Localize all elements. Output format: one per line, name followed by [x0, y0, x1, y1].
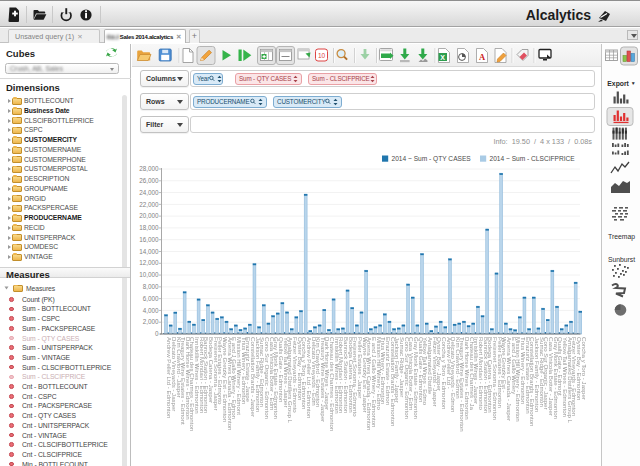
- svg-text:16,000: 16,000: [139, 236, 159, 243]
- svg-text:14,000: 14,000: [139, 248, 159, 255]
- svg-text:24,000: 24,000: [139, 189, 159, 196]
- svg-text:28,000: 28,000: [139, 165, 159, 172]
- svg-text:X: X: [440, 54, 445, 61]
- svg-text:26,000: 26,000: [139, 177, 159, 184]
- svg-text:A: A: [479, 52, 486, 62]
- svg-text:0: 0: [155, 330, 159, 337]
- svg-text:20,000: 20,000: [139, 212, 159, 219]
- svg-text:2014 ~ Sum - CLSCIFPRICE: 2014 ~ Sum - CLSCIFPRICE: [490, 155, 576, 162]
- svg-text:12,000: 12,000: [139, 259, 159, 266]
- svg-text:22,000: 22,000: [139, 201, 159, 208]
- svg-text:6,000: 6,000: [143, 295, 159, 302]
- svg-text:10: 10: [318, 52, 326, 59]
- svg-text:2014 ~ Sum - QTY CASES: 2014 ~ Sum - QTY CASES: [392, 155, 472, 163]
- svg-text:4,000: 4,000: [143, 307, 159, 314]
- svg-text:8,000: 8,000: [143, 283, 159, 290]
- svg-text:2,000: 2,000: [143, 318, 159, 325]
- svg-text:Concha y Toro - Jasper: Concha y Toro - Jasper: [581, 337, 588, 400]
- svg-text:10,000: 10,000: [139, 271, 159, 278]
- svg-text:18,000: 18,000: [139, 224, 159, 231]
